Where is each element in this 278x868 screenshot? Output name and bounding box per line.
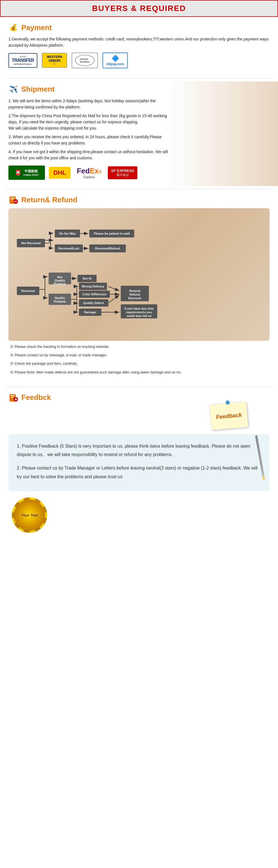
svg-text:If you have any else: If you have any else	[125, 307, 153, 310]
western-union-logo: WESTERN UNION ®	[42, 53, 67, 68]
gold-badge: Your Text	[14, 500, 45, 530]
svg-text:Wrong Delivery: Wrong Delivery	[82, 285, 104, 288]
refund-notes: ① Please check the tracking in formation…	[8, 344, 270, 375]
svg-text:On the Way: On the Way	[59, 232, 76, 235]
note-4: ④ Please Note: Men made defects are not …	[8, 369, 270, 375]
svg-text:Received/Refund: Received/Refund	[95, 247, 120, 250]
note-1: ① Please check the tracking in formation…	[8, 344, 270, 350]
svg-text:could also tell us: could also tell us	[126, 314, 151, 317]
badge-area: Your Text	[8, 497, 270, 533]
svg-rect-1	[11, 197, 14, 198]
svg-text:Refund: Refund	[130, 293, 140, 296]
svg-text:Damage: Damage	[84, 310, 96, 314]
svg-line-64	[108, 295, 119, 303]
fedex-logo: FedEx® Express	[74, 165, 104, 180]
svg-line-62	[108, 286, 119, 291]
svg-text:Received: Received	[21, 289, 35, 292]
feedback-point-1: 1. Positive Feedback (5 Stars) is very i…	[17, 442, 261, 459]
sf-express-logo: SF EXPRESS 顺丰速运	[108, 166, 138, 179]
svg-text:Received/Lost: Received/Lost	[59, 247, 79, 250]
flowchart: Not Received On the Way Please be patien…	[8, 208, 270, 341]
svg-text:Quality: Quality	[55, 296, 65, 300]
svg-text:Quality: Quality	[55, 279, 65, 282]
refund-heading: Return& Refund	[21, 195, 77, 204]
shipment-point-1: 1. We will sent the items within 2-5days…	[8, 98, 171, 111]
shipment-point-2: 2.The shipment by China Post Registered …	[8, 113, 171, 131]
feedback-pin	[225, 400, 230, 404]
payment-logos: BANK TRANSFER INTERNATIONAL WESTERN UNIO…	[8, 53, 270, 68]
svg-text:Please be patient to wait: Please be patient to wait	[94, 232, 130, 235]
payment-section: 💰 Payment 1.Generally, we accept the fol…	[0, 20, 278, 75]
refund-title-row: ↩ Return& Refund	[8, 195, 270, 205]
badge-text: Your Text	[21, 513, 38, 517]
shipment-heading: Shipment	[21, 85, 55, 94]
svg-text:Not: Not	[57, 275, 63, 279]
feedback-content-box: 1. Positive Feedback (5 Stars) is very i…	[8, 434, 270, 492]
feedback-sticky-note: Feedback	[209, 402, 248, 430]
payment-icon: 💰	[8, 23, 19, 33]
svg-rect-2	[11, 199, 13, 200]
bank-transfer-logo: BANK TRANSFER INTERNATIONAL	[8, 53, 37, 68]
feedback-heading: Feedbck	[21, 393, 51, 402]
svg-rect-72	[11, 397, 13, 398]
feedback-section: ★ Feedbck Feedback 1. Positive Feedback …	[0, 390, 278, 539]
svg-text:requirements you: requirements you	[126, 310, 152, 314]
feedback-point-2: 2. Please contact us by Trade Manager or…	[17, 464, 261, 481]
shipment-title-row: ✈️ Shipment	[8, 84, 270, 94]
svg-text:Discount: Discount	[128, 297, 141, 300]
feedback-note-label: Feedback	[216, 411, 242, 420]
page-title: BUYERS & REQUIRED	[1, 4, 277, 13]
shipment-icon: ✈️	[8, 84, 19, 94]
chinapost-logo: 📮 中国邮政 CHINA POST	[8, 165, 45, 180]
moneybookers-logo: moneybookers	[72, 53, 98, 68]
note-3: ③ Check the package and Item, carefully.	[8, 361, 270, 367]
payment-heading: Payment	[21, 23, 52, 32]
page-header: BUYERS & REQUIRED	[0, 0, 278, 17]
section-divider-3	[6, 386, 272, 387]
svg-text:Not fit: Not fit	[82, 277, 92, 280]
feedback-icon: ★	[8, 393, 19, 403]
svg-text:↩: ↩	[14, 199, 17, 204]
alipay-logo: 🔷 Alipay.com	[103, 53, 128, 68]
pencil-tip	[262, 476, 265, 480]
feedback-note-area: Feedback	[8, 406, 270, 429]
shipment-point-4: 4. If you have not got it within the shi…	[8, 149, 171, 161]
dhl-logo: DHL	[49, 167, 70, 179]
svg-text:Problem: Problem	[54, 282, 66, 285]
svg-text:Not Received: Not Received	[21, 241, 41, 245]
payment-title-row: 💰 Payment	[8, 23, 270, 33]
refund-icon: ↩	[8, 195, 19, 205]
section-divider-2	[6, 189, 272, 189]
note-2: ② Please contact us by meesage, e-mail, …	[8, 352, 270, 358]
shipment-content: 1. We will sent the items within 2-5days…	[8, 98, 171, 161]
flowchart-svg: Not Received On the Way Please be patien…	[14, 215, 211, 333]
shipment-section: ✈️ Shipment 1. We will sent the items wi…	[0, 82, 278, 186]
svg-rect-71	[11, 395, 14, 396]
refund-section: ↩ Return& Refund Not Received On the Way	[0, 192, 278, 383]
svg-text:Problem: Problem	[54, 300, 66, 303]
payment-description: 1.Generally, we accept the following pay…	[8, 36, 270, 49]
shipping-logos: 📮 中国邮政 CHINA POST DHL FedEx® Express SF …	[8, 165, 270, 180]
feedback-title-row: ★ Feedbck	[8, 393, 270, 403]
svg-text:Resend: Resend	[129, 289, 140, 292]
svg-text:Color Difference: Color Difference	[82, 292, 106, 296]
svg-text:Quality Defect: Quality Defect	[83, 301, 104, 305]
shipment-point-3: 3. When you receive the items you ordere…	[8, 134, 171, 146]
svg-text:★: ★	[14, 397, 18, 401]
